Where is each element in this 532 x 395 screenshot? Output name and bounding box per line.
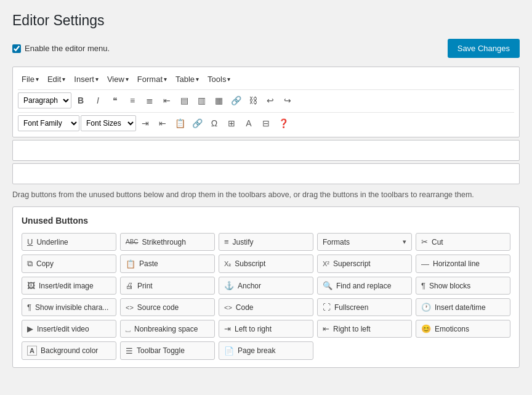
menu-view[interactable]: View ▾ [103,73,132,86]
show-invisible-icon: ¶ [27,303,31,312]
enable-editor-label[interactable]: Enable the editor menu. [12,44,110,53]
paste-icon: 📋 [126,259,135,269]
btn-page-break[interactable]: 📄 Page break [219,341,313,360]
menu-bar-row: File ▾ Edit ▾ Insert ▾ View ▾ Format ▾ T… [18,71,514,88]
btn-formats[interactable]: Formats ▾ [317,233,412,251]
btn-find-replace[interactable]: 🔍 Find and replace [317,277,412,295]
btn-insert-date-label: Insert date/time [435,303,486,312]
ltr-icon: ⇥ [224,324,231,333]
empty-toolbar-row-1 [12,140,520,161]
btn-toolbar-toggle[interactable]: ☰ Toolbar Toggle [120,341,215,360]
menu-file[interactable]: File ▾ [18,73,42,86]
btn-horizontal-line-label: Horizontal line [433,259,480,268]
horizontal-line-icon: — [421,259,429,269]
menu-table[interactable]: Table ▾ [172,73,203,86]
table-button[interactable]: ⊞ [224,115,240,131]
btn-source-code-label: Source code [137,303,179,312]
btn-code[interactable]: <> Code [219,298,313,316]
subscript-icon: X₂ [224,260,231,268]
omega-button[interactable]: Ω [206,115,222,131]
menu-tools[interactable]: Tools ▾ [204,73,234,86]
align-left-button[interactable]: ▤ [176,92,192,108]
unlink-button[interactable]: ⛓ [245,92,261,108]
link2-button[interactable]: 🔗 [189,115,205,131]
cut-icon: ✂ [421,237,428,246]
redo-button[interactable]: ↪ [280,92,296,108]
btn-superscript[interactable]: X² Superscript [317,255,412,273]
help-button[interactable]: ❓ [275,115,291,131]
font-color-button[interactable]: A [241,115,257,131]
table2-button[interactable]: ⊟ [258,115,274,131]
outdent2-button[interactable]: ⇤ [155,115,171,131]
menu-insert[interactable]: Insert ▾ [70,73,102,86]
btn-show-blocks[interactable]: ¶ Show blocks [416,277,510,295]
code-icon: <> [224,304,232,311]
btn-bg-color[interactable]: A Background color [22,341,116,360]
btn-paste-label: Paste [139,259,158,268]
btn-copy-label: Copy [36,259,54,268]
btn-emoticons[interactable]: 😊 Emoticons [416,320,510,338]
page-title: Editor Settings [12,12,520,29]
btn-insert-date[interactable]: 🕐 Insert date/time [416,298,510,316]
copy-icon: ⧉ [27,259,33,269]
btn-show-invisible[interactable]: ¶ Show invisible chara... [22,298,116,316]
font-family-select[interactable]: Font Family [18,115,79,131]
btn-subscript[interactable]: X₂ Subscript [219,255,313,273]
underline-icon: U [27,237,33,246]
btn-horizontal-line[interactable]: — Horizontal line [416,255,510,273]
paste-from-word-button[interactable]: 📋 [172,115,188,131]
btn-justify[interactable]: ≡ Justify [219,233,313,251]
save-changes-button[interactable]: Save Changes [448,39,520,58]
bold-button[interactable]: B [73,92,89,108]
indent-button[interactable]: ⇥ [137,115,153,131]
btn-cut[interactable]: ✂ Cut [416,233,510,251]
fullscreen-icon: ⛶ [323,303,331,312]
ol-button[interactable]: ≣ [142,92,158,108]
italic-button[interactable]: I [90,92,106,108]
ul-button[interactable]: ≡ [124,92,140,108]
align-right-button[interactable]: ▦ [211,92,227,108]
btn-justify-label: Justify [233,238,254,246]
btn-insert-image[interactable]: 🖼 Insert/edit image [22,277,116,295]
btn-fullscreen[interactable]: ⛶ Fullscreen [317,298,412,316]
btn-copy[interactable]: ⧉ Copy [22,255,116,273]
toolbar-row-2: Font Family Font Sizes ⇥ ⇤ 📋 🔗 Ω ⊞ A ⊟ ❓ [18,112,514,133]
page-break-icon: 📄 [224,346,234,356]
strikethrough-icon: ABC [126,238,139,245]
btn-emoticons-label: Emoticons [435,325,469,333]
superscript-icon: X² [323,260,329,267]
btn-insert-video[interactable]: ▶ Insert/edit video [22,320,116,338]
btn-show-invisible-label: Show invisible chara... [35,303,108,312]
paragraph-select[interactable]: Paragraph [18,92,71,108]
btn-rtl[interactable]: ⇤ Right to left [317,320,412,338]
undo-button[interactable]: ↩ [262,92,278,108]
btn-nonbreaking-space[interactable]: ⎵ Nonbreaking space [120,320,215,338]
btn-rtl-label: Right to left [333,325,371,333]
blockquote-button[interactable]: ❝ [107,92,123,108]
link-button[interactable]: 🔗 [228,92,244,108]
show-blocks-icon: ¶ [421,281,425,290]
btn-underline-label: Underline [36,238,68,246]
menu-edit[interactable]: Edit ▾ [44,73,69,86]
font-sizes-select[interactable]: Font Sizes [81,115,136,131]
btn-insert-video-label: Insert/edit video [37,325,89,333]
btn-underline[interactable]: U Underline [22,233,116,251]
enable-editor-checkbox[interactable] [12,44,21,53]
btn-page-break-label: Page break [238,346,275,355]
source-code-icon: <> [126,304,134,311]
btn-print[interactable]: 🖨 Print [120,277,215,295]
btn-bg-color-label: Background color [41,346,98,355]
btn-ltr-label: Left to right [235,325,272,333]
insert-video-icon: ▶ [27,324,33,333]
outdent-button[interactable]: ⇤ [159,92,175,108]
btn-subscript-label: Subscript [235,259,265,268]
btn-anchor-label: Anchor [238,282,261,290]
btn-toolbar-toggle-label: Toolbar Toggle [137,346,185,355]
align-center-button[interactable]: ▥ [193,92,209,108]
btn-strikethrough[interactable]: ABC Strikethrough [120,233,215,251]
btn-source-code[interactable]: <> Source code [120,298,215,316]
btn-ltr[interactable]: ⇥ Left to right [219,320,313,338]
btn-paste[interactable]: 📋 Paste [120,255,215,273]
btn-anchor[interactable]: ⚓ Anchor [219,277,313,295]
menu-format[interactable]: Format ▾ [134,73,171,86]
